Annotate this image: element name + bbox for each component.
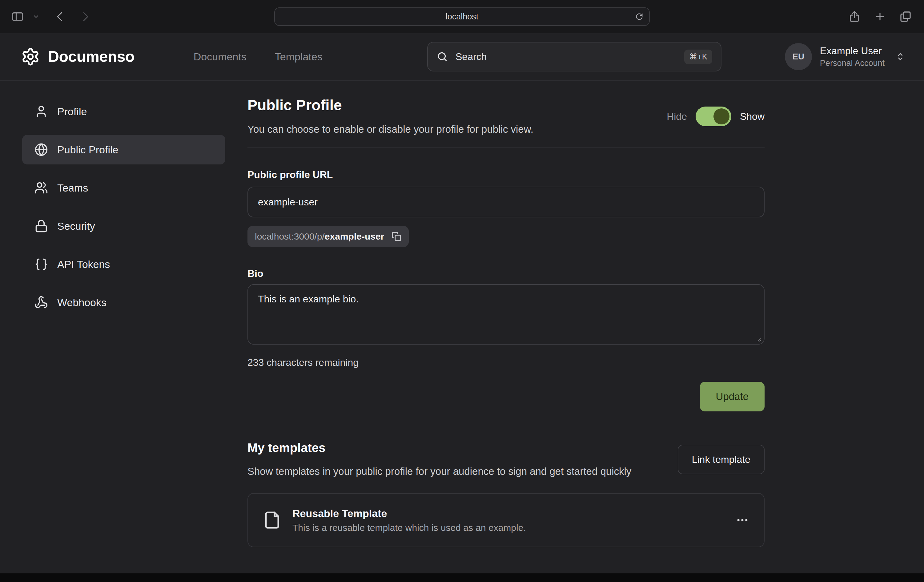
refresh-icon[interactable] [635,12,644,21]
sidebar-item-label: Profile [57,106,87,117]
profile-url-preview: localhost:3000/p/example-user [255,231,384,242]
public-profile-section: Public Profile You can choose to enable … [248,81,764,574]
sidebar-item-label: API Tokens [57,258,110,270]
webhook-icon [35,296,48,309]
resize-handle-icon[interactable] [754,335,761,342]
nav-templates[interactable]: Templates [275,51,323,63]
profile-url-input[interactable] [248,187,764,217]
bio-label: Bio [248,268,764,279]
template-info: Reusable Template This is a reusable tem… [292,508,526,533]
toggle-knob [713,108,729,124]
browser-nav-controls [11,10,91,23]
link-template-button[interactable]: Link template [678,445,764,474]
template-description: This is a reusable template which is use… [292,522,526,533]
show-label: Show [740,111,764,122]
profile-visibility-toggle[interactable] [696,107,731,126]
sidebar-item-label: Public Profile [57,144,118,156]
settings-sidebar: Profile Public Profile Teams Security AP… [0,81,225,574]
profile-url-label: Public profile URL [248,169,764,180]
browser-window-controls [848,10,912,23]
url-text: localhost [446,12,478,21]
brand[interactable]: Documenso [21,47,135,66]
sidebar-toggle-icon[interactable] [11,10,24,23]
search-icon [436,51,448,63]
window-bottom-edge [0,574,924,582]
browser-chrome: localhost [0,0,924,33]
user-icon [35,105,48,118]
forward-icon[interactable] [79,11,91,23]
new-tab-icon[interactable] [874,11,886,23]
templates-head-text: My templates Show templates in your publ… [248,441,631,479]
page-subtitle: You can choose to enable or disable your… [248,124,533,135]
characters-remaining: 233 characters remaining [248,357,764,368]
update-button[interactable]: Update [700,382,764,412]
file-icon [263,511,281,529]
my-templates-title: My templates [248,441,631,455]
address-bar[interactable]: localhost [274,7,650,26]
app-header: Documenso Documents Templates ⌘+K EU Exa… [0,33,924,81]
profile-url-copy-chip[interactable]: localhost:3000/p/example-user [248,226,409,247]
back-icon[interactable] [54,11,66,23]
chevron-down-icon[interactable] [33,13,40,20]
share-icon[interactable] [848,10,861,23]
sidebar-item-label: Teams [57,182,88,194]
documenso-logo-icon [21,47,40,66]
tabs-overview-icon[interactable] [899,10,912,23]
sidebar-item-label: Security [57,220,95,232]
hide-label: Hide [667,111,687,122]
copy-icon[interactable] [391,231,401,241]
page-title: Public Profile [248,97,533,114]
account-name: Example User [820,45,884,57]
chevrons-up-down-icon [895,51,906,62]
search-shortcut: ⌘+K [684,50,712,64]
visibility-control: Hide Show [667,107,764,126]
users-icon [35,181,48,195]
sidebar-item-webhooks[interactable]: Webhooks [22,288,225,317]
sidebar-item-public-profile[interactable]: Public Profile [22,135,225,164]
page-head-text: Public Profile You can choose to enable … [248,97,533,135]
braces-icon [35,258,48,271]
lock-icon [35,219,48,233]
sidebar-item-label: Webhooks [57,296,107,309]
ellipsis-menu-icon[interactable] [736,513,749,527]
template-card: Reusable Template This is a reusable tem… [248,493,764,547]
sidebar-item-api-tokens[interactable]: API Tokens [22,250,225,279]
account-type: Personal Account [820,58,884,68]
settings-page: Profile Public Profile Teams Security AP… [0,81,924,574]
template-name: Reusable Template [292,508,526,519]
sidebar-item-profile[interactable]: Profile [22,97,225,126]
account-labels: Example User Personal Account [820,45,884,68]
globe-icon [35,143,48,156]
main-nav: Documents Templates [194,51,323,63]
brand-name: Documenso [48,48,135,66]
search-input[interactable] [455,51,677,63]
divider [248,147,764,148]
bio-textarea[interactable]: This is an example bio. [248,284,764,345]
avatar: EU [785,43,812,70]
search-bar[interactable]: ⌘+K [427,42,721,71]
nav-documents[interactable]: Documents [194,51,247,63]
sidebar-item-security[interactable]: Security [22,211,225,241]
sidebar-item-teams[interactable]: Teams [22,173,225,203]
my-templates-description: Show templates in your public profile fo… [248,463,631,479]
account-menu[interactable]: EU Example User Personal Account [785,43,906,70]
